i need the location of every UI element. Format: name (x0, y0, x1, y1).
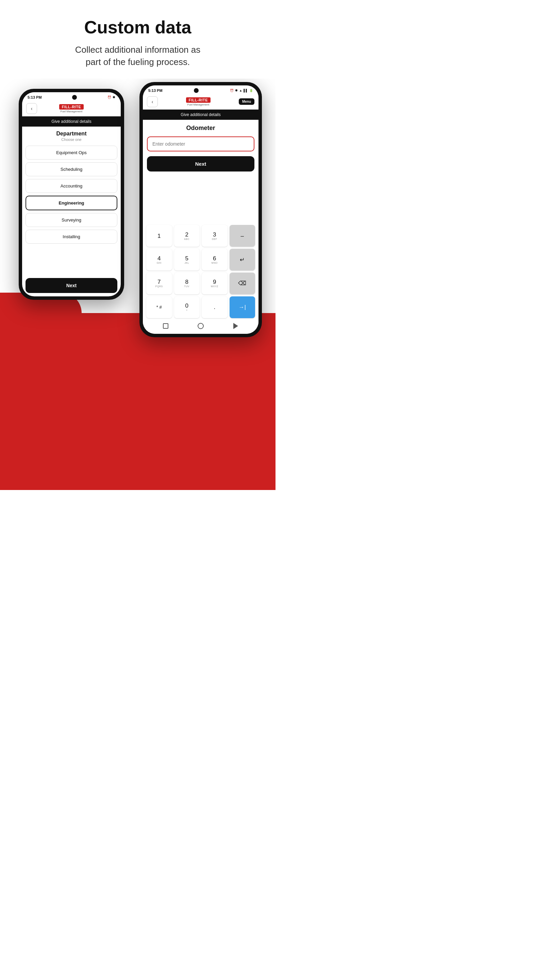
app-header-left: ‹ FILL-RITE Fuel Management (22, 101, 121, 116)
key-9[interactable]: 9 WXYZ (202, 272, 227, 294)
notch-right (194, 88, 198, 93)
key-6[interactable]: 6 MNO (202, 249, 227, 270)
key-minus[interactable]: – (230, 225, 256, 247)
back-button-left[interactable]: ‹ (26, 103, 37, 114)
key-return[interactable]: ↵ (230, 249, 256, 270)
header-section: Custom data Collect additional informati… (0, 0, 275, 79)
signal-icon-right: ▌▌ (243, 89, 248, 92)
key-2[interactable]: 2 ABC (174, 225, 200, 247)
fill-rite-logo-left: FILL-RITE Fuel Management (59, 104, 84, 113)
department-content: Department Choose one Equipment Ops Sche… (22, 127, 121, 275)
section-header-right: Give additional details (143, 110, 259, 120)
logo-text-right: FILL-RITE (186, 97, 211, 103)
page-title: Custom data (21, 17, 255, 37)
fill-rite-logo-right: FILL-RITE Fuel Management (186, 97, 211, 106)
next-button-right[interactable]: Next (147, 156, 254, 172)
status-icons-left: ⏰ ✱ (108, 95, 115, 99)
logo-text-left: FILL-RITE (59, 104, 84, 110)
app-header-right: ‹ FILL-RITE Fuel Management Menu (143, 94, 259, 110)
key-1[interactable]: 1 (146, 225, 172, 247)
notch-left (72, 95, 77, 100)
status-bar-right: 5:13 PM ⏰ ✱ ▲ ▌▌ 🔋 (143, 86, 259, 94)
dept-item-surveying[interactable]: Surveying (25, 213, 118, 227)
dept-item-installing[interactable]: Installing (25, 230, 118, 243)
odometer-input[interactable] (147, 137, 254, 151)
status-time-right: 5:13 PM (148, 89, 163, 92)
phones-container: 5:13 PM ⏰ ✱ ‹ FILL-RITE Fuel Management … (0, 79, 275, 490)
wifi-icon-right: ▲ (239, 89, 242, 92)
key-backspace[interactable]: ⌫ (230, 272, 256, 294)
alarm-icon: ⏰ (108, 95, 111, 99)
dept-item-accounting[interactable]: Accounting (25, 179, 118, 193)
key-tab[interactable]: →| (230, 296, 256, 318)
key-4[interactable]: 4 GHI (146, 249, 172, 270)
odometer-title: Odometer (147, 124, 254, 132)
dept-item-engineering[interactable]: Engineering (25, 196, 118, 210)
logo-sub-right: Fuel Management (187, 103, 209, 106)
bluetooth-icon: ✱ (113, 95, 115, 99)
key-star-hash[interactable]: * # (146, 296, 172, 318)
department-title: Department (25, 130, 118, 137)
dept-item-equipment-ops[interactable]: Equipment Ops (25, 146, 118, 159)
key-5[interactable]: 5 JKL (174, 249, 200, 270)
dept-item-scheduling[interactable]: Scheduling (25, 162, 118, 176)
phone-right: 5:13 PM ⏰ ✱ ▲ ▌▌ 🔋 ‹ FILL-RITE Fuel Mana… (140, 82, 262, 337)
key-dot[interactable]: . (202, 296, 227, 318)
back-button-right[interactable]: ‹ (147, 96, 158, 107)
status-icons-right: ⏰ ✱ ▲ ▌▌ 🔋 (230, 89, 253, 92)
battery-icon-right: 🔋 (249, 89, 253, 92)
alarm-icon-right: ⏰ (230, 89, 233, 92)
key-0[interactable]: 0 + (174, 296, 200, 318)
key-3[interactable]: 3 DEF (202, 225, 227, 247)
page-subtitle: Collect additional information aspart of… (21, 43, 255, 68)
odometer-content: Odometer Next (143, 120, 259, 223)
next-button-left[interactable]: Next (25, 278, 118, 293)
nav-home-icon[interactable] (197, 322, 205, 330)
section-header-left: Give additional details (22, 116, 121, 127)
nav-back-icon[interactable] (232, 322, 240, 330)
nav-square-icon[interactable] (162, 322, 169, 330)
key-8[interactable]: 8 TUV (174, 272, 200, 294)
department-list: Equipment Ops Scheduling Accounting Engi… (25, 146, 118, 243)
phone-left: 5:13 PM ⏰ ✱ ‹ FILL-RITE Fuel Management … (19, 89, 124, 300)
department-subtitle: Choose one (25, 137, 118, 142)
nav-bar-right (143, 320, 259, 334)
bluetooth-icon-right: ✱ (235, 89, 238, 92)
keypad: 1 2 ABC 3 DEF – 4 GHI (143, 222, 259, 320)
menu-button[interactable]: Menu (239, 98, 254, 105)
key-7[interactable]: 7 PQRS (146, 272, 172, 294)
status-bar-left: 5:13 PM ⏰ ✱ (22, 92, 121, 101)
logo-sub-left: Fuel Management (60, 110, 82, 113)
status-time-left: 5:13 PM (27, 95, 42, 99)
